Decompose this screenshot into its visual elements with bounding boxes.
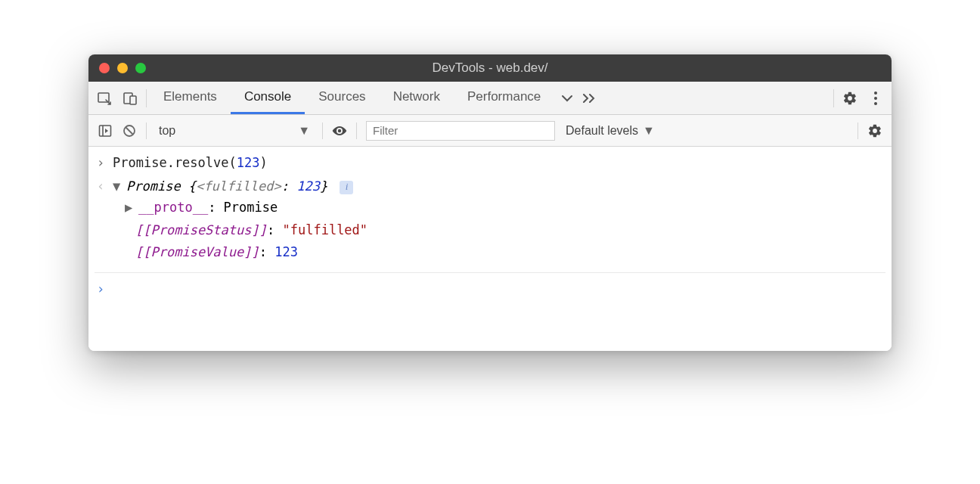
tab-elements[interactable]: Elements bbox=[150, 82, 231, 114]
live-expression-icon[interactable] bbox=[327, 118, 352, 144]
kebab-menu-icon[interactable] bbox=[863, 85, 889, 111]
separator bbox=[858, 123, 858, 139]
separator bbox=[146, 89, 147, 107]
clear-console-icon[interactable] bbox=[117, 118, 141, 144]
proto-label: __proto__ bbox=[138, 200, 208, 215]
toggle-device-icon[interactable] bbox=[117, 85, 143, 111]
colon: : bbox=[281, 178, 296, 194]
promise-value: 123 bbox=[274, 244, 298, 259]
state-label: <fulfilled> bbox=[196, 178, 281, 194]
output-marker-icon: ‹ bbox=[95, 176, 107, 197]
separator bbox=[833, 89, 834, 107]
console-input-echo: › Promise.resolve(123) bbox=[95, 151, 885, 175]
tab-sources[interactable]: Sources bbox=[305, 82, 379, 114]
code-text: ) bbox=[259, 155, 267, 170]
dropdown-caret-icon: ▼ bbox=[298, 124, 310, 138]
property-row[interactable]: [[PromiseStatus]]: "fulfilled" bbox=[135, 219, 885, 241]
separator bbox=[356, 123, 357, 139]
separator bbox=[146, 123, 147, 139]
proto-value: : Promise bbox=[208, 200, 278, 215]
property-row[interactable]: [[PromiseValue]]: 123 bbox=[135, 241, 885, 263]
overflow-tabs-icon[interactable] bbox=[580, 94, 600, 103]
close-window-button[interactable] bbox=[99, 63, 110, 73]
more-tabs-button[interactable] bbox=[554, 93, 580, 104]
console-result: ‹ ▼Promise {<fulfilled>: 123} i ▶__proto… bbox=[95, 175, 885, 265]
settings-icon[interactable] bbox=[837, 85, 863, 111]
svg-rect-2 bbox=[130, 96, 136, 104]
minimize-window-button[interactable] bbox=[117, 63, 128, 73]
svg-point-3 bbox=[874, 92, 877, 95]
filter-input[interactable] bbox=[366, 121, 555, 141]
console-output: › Promise.resolve(123) ‹ ▼Promise {<fulf… bbox=[88, 147, 892, 351]
tab-performance[interactable]: Performance bbox=[454, 82, 554, 114]
sep: : bbox=[267, 222, 282, 237]
log-levels-selector[interactable]: Default levels ▼ bbox=[566, 124, 655, 138]
internal-slot-label: [[PromiseStatus]] bbox=[135, 222, 267, 237]
tab-network[interactable]: Network bbox=[380, 82, 454, 114]
brace: } bbox=[320, 178, 327, 194]
tab-console[interactable]: Console bbox=[231, 82, 305, 114]
code-text: Promise.resolve( bbox=[113, 155, 237, 170]
sep: : bbox=[259, 244, 274, 259]
collapse-toggle[interactable]: ▼ bbox=[113, 176, 123, 197]
prompt-marker-icon: › bbox=[95, 279, 107, 299]
console-toolbar: top ▼ Default levels ▼ bbox=[88, 115, 892, 147]
svg-point-4 bbox=[874, 97, 877, 100]
fullscreen-window-button[interactable] bbox=[135, 63, 146, 73]
inspect-element-icon[interactable] bbox=[91, 85, 117, 111]
expand-toggle[interactable]: ▶ bbox=[125, 197, 135, 218]
object-type: Promise bbox=[126, 178, 188, 194]
result-value: 123 bbox=[296, 178, 320, 194]
console-settings-icon[interactable] bbox=[863, 118, 887, 144]
dropdown-caret-icon: ▼ bbox=[643, 124, 655, 138]
object-info-icon[interactable]: i bbox=[340, 181, 353, 194]
input-marker-icon: › bbox=[95, 153, 107, 173]
context-label: top bbox=[159, 124, 175, 138]
separator bbox=[322, 123, 323, 139]
svg-point-5 bbox=[874, 102, 877, 105]
traffic-lights bbox=[99, 63, 146, 73]
code-number: 123 bbox=[237, 155, 260, 170]
property-row[interactable]: ▶__proto__: Promise bbox=[125, 197, 885, 219]
devtools-window: DevTools - web.dev/ Elements Console Sou… bbox=[88, 54, 892, 351]
svg-point-8 bbox=[338, 129, 341, 132]
tabbar: Elements Console Sources Network Perform… bbox=[88, 82, 892, 115]
status-value: "fulfilled" bbox=[282, 222, 368, 237]
titlebar: DevTools - web.dev/ bbox=[88, 54, 892, 82]
brace: { bbox=[188, 178, 196, 194]
toggle-sidebar-icon[interactable] bbox=[93, 118, 117, 144]
context-selector[interactable]: top ▼ bbox=[151, 124, 318, 138]
console-prompt[interactable]: › bbox=[95, 273, 885, 306]
window-title: DevTools - web.dev/ bbox=[88, 60, 892, 76]
internal-slot-label: [[PromiseValue]] bbox=[135, 244, 259, 259]
levels-label: Default levels bbox=[566, 124, 638, 138]
